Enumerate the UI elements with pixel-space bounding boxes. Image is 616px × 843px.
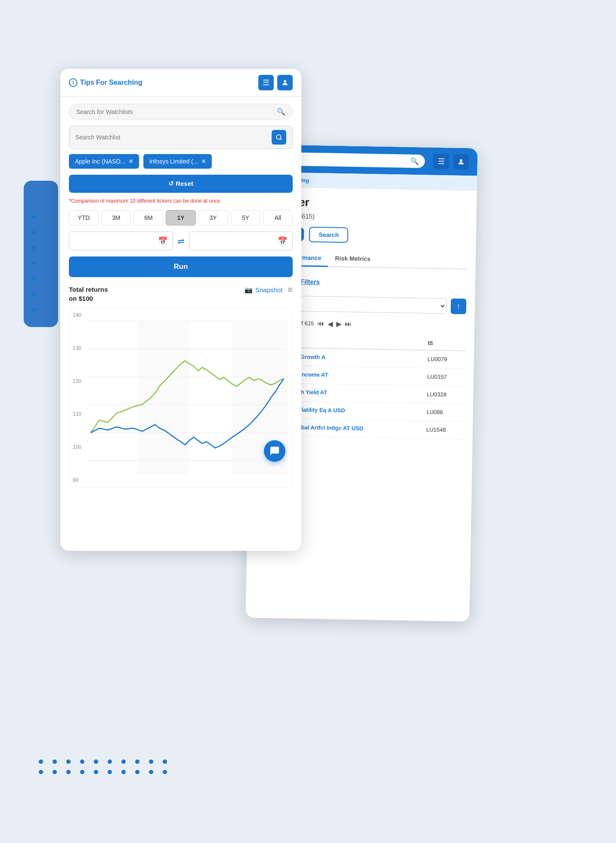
period-1y[interactable]: 1Y — [166, 210, 195, 225]
dot — [32, 215, 36, 219]
fund-isin-cell: LU1548 — [422, 421, 464, 439]
fund-isin-cell: LU0079 — [423, 350, 466, 368]
dot — [66, 770, 71, 774]
chart-header: Total returns on $100 📷 Snapshot ≡ — [69, 285, 293, 303]
dot — [163, 760, 167, 764]
comparison-user-btn[interactable] — [277, 75, 293, 90]
dot — [135, 770, 139, 774]
svg-line-5 — [280, 139, 282, 140]
period-3y[interactable]: 3Y — [198, 210, 228, 225]
watchlist-search-input[interactable] — [75, 134, 267, 141]
tips-for-searching-btn[interactable]: i Tips For Searching — [69, 78, 142, 87]
y-label-120: 120 — [73, 378, 81, 384]
dot — [32, 246, 36, 250]
tips-label: Tips For Searching — [80, 79, 142, 86]
dot — [32, 293, 36, 296]
date-from-input[interactable]: 18-06-2023 📅 — [69, 232, 173, 250]
svg-point-3 — [284, 80, 286, 83]
reset-btn[interactable]: ↺ Reset — [69, 175, 293, 193]
screener-search-btn[interactable]: Search — [309, 227, 348, 243]
chart-area: 140 130 120 110 100 90 — [69, 307, 293, 488]
snapshot-btn[interactable]: 📷 Snapshot — [245, 286, 282, 294]
screener-user-btn[interactable] — [453, 154, 469, 170]
dot — [135, 760, 139, 764]
date-from-icon: 📅 — [158, 236, 167, 246]
fund-isin-cell: LU0157 — [423, 368, 465, 386]
comparison-card: i Tips For Searching ☰ 🔍 Apple Inc (NASD… — [60, 69, 301, 551]
dot — [66, 760, 71, 764]
y-label-100: 100 — [73, 444, 81, 450]
date-to-icon: 📅 — [278, 236, 287, 246]
last-page-btn[interactable]: ⏭ — [345, 320, 352, 328]
ticker-tag-infosys-remove[interactable]: × — [201, 157, 205, 165]
dot — [32, 231, 36, 234]
date-to-input[interactable]: 18-06-2024 📅 — [189, 232, 293, 250]
date-range-arrow: ⇌ — [177, 236, 185, 246]
svg-rect-12 — [138, 321, 189, 474]
dot — [39, 770, 43, 774]
comparison-header: i Tips For Searching ☰ — [60, 69, 301, 97]
svg-point-4 — [276, 135, 281, 139]
date-from-field[interactable]: 18-06-2023 — [74, 238, 155, 244]
snapshot-label: Snapshot — [255, 286, 282, 293]
tab-risk[interactable]: Risk Metrics — [328, 250, 378, 268]
ticker-tags-container: Apple Inc (NASD... × Infosys Limited (..… — [69, 154, 293, 169]
chart-actions: 📷 Snapshot ≡ — [245, 285, 293, 295]
first-page-btn[interactable]: ⏮ — [317, 320, 324, 327]
dot — [39, 760, 43, 764]
dot — [94, 770, 98, 774]
svg-point-0 — [460, 159, 462, 162]
dot — [80, 770, 84, 774]
period-3m[interactable]: 3M — [101, 210, 131, 225]
next-page-btn[interactable]: ▶ — [336, 320, 341, 328]
ticker-tag-infosys-label: Infosys Limited (... — [149, 158, 198, 165]
chart-menu-btn[interactable]: ≡ — [288, 285, 293, 295]
dot — [108, 760, 112, 764]
period-ytd[interactable]: YTD — [69, 210, 99, 225]
bottom-dots-grid — [39, 760, 170, 774]
screener-search-icon: 🔍 — [410, 157, 419, 165]
chart-title-line2: on $100 — [69, 294, 108, 303]
top-search-bar[interactable]: 🔍 — [69, 104, 293, 120]
dot — [121, 770, 126, 774]
ticker-tag-infosys[interactable]: Infosys Limited (... × — [143, 154, 212, 169]
y-label-140: 140 — [73, 312, 81, 318]
dot — [108, 770, 112, 774]
deco-rect-left-tall — [24, 181, 58, 327]
chart-title-line1: Total returns — [69, 285, 108, 294]
col-isin: IS — [423, 336, 465, 351]
chart-title: Total returns on $100 — [69, 285, 108, 303]
dot — [53, 760, 57, 764]
top-search-icon: 🔍 — [277, 108, 285, 116]
period-6m[interactable]: 6M — [133, 210, 163, 225]
fund-isin-cell: LU086 — [422, 403, 465, 422]
date-range-row: 18-06-2023 📅 ⇌ 18-06-2024 📅 — [69, 232, 293, 250]
info-icon: i — [69, 78, 77, 87]
ticker-tag-apple-label: Apple Inc (NASD... — [75, 158, 126, 165]
screener-menu-btn[interactable]: ☰ — [433, 154, 449, 170]
left-line-dots — [32, 215, 36, 312]
comparison-menu-btn[interactable]: ☰ — [258, 75, 274, 90]
watchlist-search-submit-btn[interactable] — [272, 130, 286, 145]
dot — [32, 308, 36, 312]
prev-page-btn[interactable]: ◀ — [328, 320, 333, 328]
chat-fab-btn[interactable] — [264, 440, 285, 462]
dot — [149, 760, 153, 764]
comparison-warning: *Comparison of maximum 10 different tick… — [69, 198, 293, 204]
period-5y[interactable]: 5Y — [231, 210, 260, 225]
period-all[interactable]: All — [263, 210, 293, 225]
chart-y-axis: 140 130 120 110 100 90 — [69, 308, 85, 488]
ticker-tag-apple[interactable]: Apple Inc (NASD... × — [69, 154, 139, 169]
top-search-input[interactable] — [76, 108, 272, 115]
dot — [32, 277, 36, 281]
period-row: YTD 3M 6M 1Y 3Y 5Y All — [69, 210, 293, 225]
date-to-field[interactable]: 18-06-2024 — [195, 238, 275, 244]
run-btn[interactable]: Run — [69, 256, 293, 277]
comparison-body: Apple Inc (NASD... × Infosys Limited (..… — [60, 126, 301, 497]
dot — [32, 262, 36, 265]
screener-header-icons: ☰ — [433, 154, 469, 170]
y-label-90: 90 — [73, 477, 81, 483]
ticker-tag-apple-remove[interactable]: × — [129, 157, 133, 165]
sort-direction-btn[interactable]: ↑ — [451, 299, 467, 315]
watchlist-search-row[interactable] — [69, 126, 293, 149]
